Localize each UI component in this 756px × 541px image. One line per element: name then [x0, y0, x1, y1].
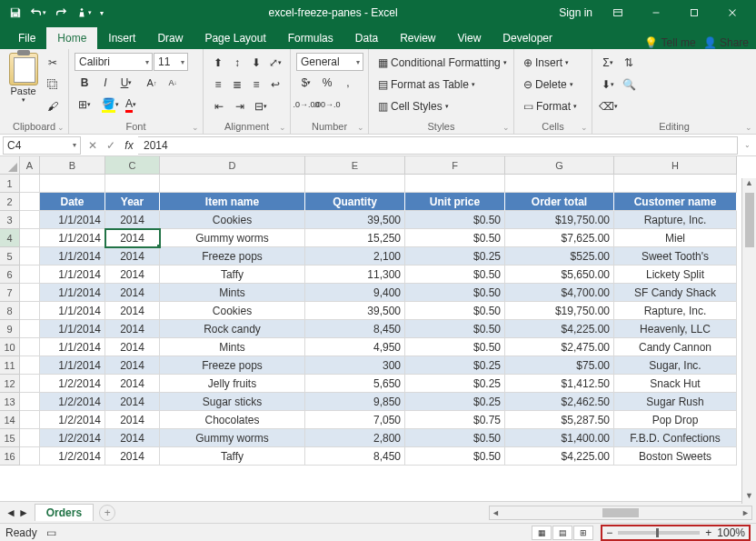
tab-page-layout[interactable]: Page Layout — [194, 27, 276, 49]
redo-icon[interactable] — [51, 3, 71, 23]
row-header-5[interactable]: 5 — [0, 247, 20, 265]
cell[interactable]: $0.25 — [405, 356, 505, 375]
paste-button[interactable]: Paste ▾ — [5, 53, 41, 116]
row-header-10[interactable]: 10 — [0, 338, 20, 356]
cell[interactable]: 2014 — [105, 375, 160, 393]
ribbon-options-icon[interactable] — [600, 0, 636, 25]
zoom-out-icon[interactable]: − — [606, 526, 612, 539]
cell[interactable] — [614, 175, 737, 193]
maximize-icon[interactable] — [676, 0, 712, 25]
expand-formula-icon[interactable]: ⌄ — [738, 136, 756, 155]
align-center-icon[interactable]: ≣ — [228, 75, 246, 95]
cell[interactable]: 9,400 — [305, 284, 405, 302]
cell[interactable]: Rapture, Inc. — [614, 211, 737, 229]
cell[interactable] — [20, 393, 40, 411]
cell[interactable]: 2014 — [105, 320, 160, 338]
merge-icon[interactable]: ⊟▾ — [251, 96, 271, 116]
add-sheet-icon[interactable]: + — [99, 505, 115, 521]
cell[interactable]: Taffy — [160, 265, 305, 284]
cell[interactable]: Mints — [160, 338, 305, 356]
cell[interactable] — [20, 429, 40, 447]
save-icon[interactable] — [5, 3, 25, 23]
sheet-prev-icon[interactable]: ◄ — [5, 506, 16, 519]
cell[interactable]: Chocolates — [160, 411, 305, 429]
cell[interactable]: Rock candy — [160, 320, 305, 338]
cell[interactable]: 2014 — [105, 356, 160, 375]
cell[interactable] — [20, 265, 40, 284]
decrease-decimal-icon[interactable]: .00→.0 — [317, 95, 337, 115]
select-all-corner[interactable] — [0, 156, 20, 175]
cell[interactable]: 39,500 — [305, 302, 405, 320]
cell[interactable]: Sugar, Inc. — [614, 356, 737, 375]
cell[interactable]: Sugar Rush — [614, 393, 737, 411]
decrease-indent-icon[interactable]: ⇤ — [209, 96, 229, 116]
cell[interactable]: 2,800 — [305, 429, 405, 447]
conditional-formatting-button[interactable]: ▦ Conditional Formatting ▾ — [374, 53, 511, 73]
cell[interactable]: $7,625.00 — [505, 229, 614, 247]
tab-file[interactable]: File — [7, 27, 46, 49]
cell[interactable]: $1,400.00 — [505, 429, 614, 447]
cell[interactable]: Taffy — [160, 447, 305, 466]
sort-filter-icon[interactable]: ⇅ — [619, 53, 639, 73]
cell[interactable]: Freeze pops — [160, 247, 305, 265]
cell[interactable]: 1/1/2014 — [40, 302, 105, 320]
enter-formula-icon[interactable]: ✓ — [102, 136, 120, 155]
font-size-select[interactable]: 11 — [154, 53, 188, 71]
cell[interactable]: 9,850 — [305, 393, 405, 411]
cell[interactable]: $0.50 — [405, 302, 505, 320]
copy-icon[interactable]: ⿻ — [43, 75, 63, 95]
cell[interactable]: 2014 — [105, 393, 160, 411]
cell[interactable]: Item name — [160, 193, 305, 211]
row-header-13[interactable]: 13 — [0, 393, 20, 411]
cell[interactable]: Gummy worms — [160, 229, 305, 247]
cell[interactable] — [20, 338, 40, 356]
align-middle-icon[interactable]: ↕ — [228, 53, 246, 73]
format-painter-icon[interactable]: 🖌 — [43, 96, 63, 116]
cell[interactable]: 2014 — [105, 247, 160, 265]
scroll-thumb[interactable] — [745, 193, 754, 247]
cell[interactable]: $0.50 — [405, 320, 505, 338]
scroll-up-icon[interactable]: ▲ — [742, 178, 756, 191]
insert-button[interactable]: ⊕ Insert ▾ — [520, 53, 589, 73]
cell[interactable]: 2014 — [105, 211, 160, 229]
tab-formulas[interactable]: Formulas — [277, 27, 344, 49]
italic-button[interactable]: I — [95, 73, 115, 93]
cell[interactable]: Cookies — [160, 211, 305, 229]
cell[interactable]: 11,300 — [305, 265, 405, 284]
scroll-right-icon[interactable]: ► — [741, 508, 750, 517]
cell[interactable]: Snack Hut — [614, 375, 737, 393]
cell[interactable]: $2,475.00 — [505, 338, 614, 356]
cell[interactable]: $525.00 — [505, 247, 614, 265]
undo-icon[interactable]: ▾ — [28, 3, 48, 23]
cell[interactable]: 5,650 — [305, 375, 405, 393]
cell[interactable]: 7,050 — [305, 411, 405, 429]
col-header-F[interactable]: F — [405, 156, 505, 175]
cell[interactable]: Date — [40, 193, 105, 211]
cell[interactable]: Sugar sticks — [160, 393, 305, 411]
hscroll-thumb[interactable] — [602, 508, 639, 517]
row-header-9[interactable]: 9 — [0, 320, 20, 338]
cell[interactable]: $19,750.00 — [505, 211, 614, 229]
cell[interactable]: 1/2/2014 — [40, 429, 105, 447]
sheet-tab-orders[interactable]: Orders — [35, 504, 94, 521]
tell-me[interactable]: 💡 Tell me — [644, 36, 695, 49]
horizontal-scrollbar[interactable]: ◄ ► — [489, 506, 752, 520]
cell[interactable]: 2014 — [105, 447, 160, 466]
cell[interactable]: $0.50 — [405, 229, 505, 247]
row-header-1[interactable]: 1 — [0, 175, 20, 193]
cell[interactable]: Customer name — [614, 193, 737, 211]
cell[interactable]: Rapture, Inc. — [614, 302, 737, 320]
cell[interactable]: 2014 — [105, 284, 160, 302]
row-header-4[interactable]: 4 — [0, 229, 20, 247]
cell[interactable] — [20, 411, 40, 429]
cell[interactable]: 8,450 — [305, 320, 405, 338]
fill-color-icon[interactable]: 🪣▾ — [100, 95, 120, 115]
cell[interactable]: $0.50 — [405, 284, 505, 302]
cell[interactable]: $0.50 — [405, 447, 505, 466]
cell[interactable]: Heavenly, LLC — [614, 320, 737, 338]
cell[interactable] — [20, 302, 40, 320]
cell[interactable]: Freeze pops — [160, 356, 305, 375]
row-header-6[interactable]: 6 — [0, 265, 20, 284]
format-button[interactable]: ▭ Format ▾ — [520, 96, 589, 116]
cell[interactable]: $0.25 — [405, 247, 505, 265]
